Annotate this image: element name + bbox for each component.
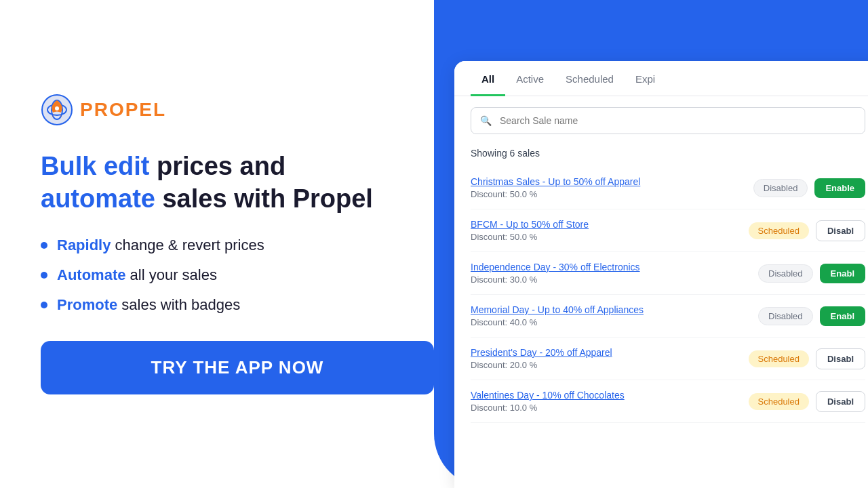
bullet-item-2: Automate all your sales [41, 266, 393, 284]
disable-button[interactable]: Disabl [816, 391, 865, 412]
bullet-1-rest: change & revert prices [111, 237, 264, 253]
bullet-dot-3 [41, 302, 47, 308]
sale-info: Memorial Day - Up to 40% off Appliances … [471, 304, 758, 327]
sales-card: All Active Scheduled Expi 🔍 Showing 6 sa… [454, 61, 868, 488]
sale-info: Valentines Day - 10% off Chocolates Disc… [471, 390, 749, 413]
sale-name[interactable]: Memorial Day - Up to 40% off Appliances [471, 304, 758, 315]
bullet-1-highlight: Rapidly [57, 237, 111, 253]
sale-name[interactable]: Valentines Day - 10% off Chocolates [471, 390, 749, 401]
search-input[interactable] [471, 107, 865, 134]
headline-highlight-1: Bulk edit [41, 152, 149, 180]
bullet-2-highlight: Automate [57, 266, 125, 283]
feature-list: Rapidly change & revert prices Automate … [41, 237, 393, 314]
sale-actions: Disabled Enable [753, 178, 865, 198]
search-bar: 🔍 [471, 107, 865, 134]
bullet-dot-2 [41, 272, 47, 279]
bullet-2-rest: all your sales [125, 266, 217, 283]
disable-button[interactable]: Disabl [816, 348, 865, 369]
status-badge: Disabled [758, 264, 813, 283]
sale-info: President's Day - 20% off Apparel Discou… [471, 347, 749, 370]
right-panel: All Active Scheduled Expi 🔍 Showing 6 sa… [434, 0, 868, 488]
disable-button[interactable]: Disabl [816, 220, 865, 241]
status-badge: Scheduled [749, 350, 809, 367]
status-badge: Scheduled [749, 393, 809, 410]
logo: PROPEL [41, 94, 393, 126]
logo-icon [41, 94, 73, 126]
search-icon: 🔍 [480, 115, 492, 126]
status-badge: Disabled [753, 179, 808, 197]
bullet-3-rest: sales with badges [117, 296, 240, 313]
sale-name[interactable]: Christmas Sales - Up to 50% off Apparel [471, 176, 753, 187]
sale-name[interactable]: BFCM - Up to 50% off Store [471, 219, 749, 230]
sale-actions: Scheduled Disabl [749, 348, 865, 369]
bullet-item-3: Promote sales with badges [41, 296, 393, 314]
headline: Bulk edit prices and automate sales with… [41, 150, 393, 215]
sale-discount: Discount: 50.0 % [471, 232, 749, 242]
sale-actions: Disabled Enabl [758, 306, 865, 326]
sale-discount: Discount: 10.0 % [471, 403, 749, 413]
bullet-3-highlight: Promote [57, 296, 117, 313]
cta-button[interactable]: TRY THE APP NOW [41, 341, 434, 394]
sale-info: Independence Day - 30% off Electronics D… [471, 262, 758, 285]
sale-name[interactable]: Independence Day - 30% off Electronics [471, 262, 758, 272]
enable-button[interactable]: Enabl [820, 306, 865, 326]
status-badge: Disabled [758, 307, 813, 325]
sale-discount: Discount: 20.0 % [471, 360, 749, 370]
sale-name[interactable]: President's Day - 20% off Apparel [471, 347, 749, 358]
sale-discount: Discount: 50.0 % [471, 189, 753, 199]
bullet-item-1: Rapidly change & revert prices [41, 237, 393, 254]
sale-info: Christmas Sales - Up to 50% off Apparel … [471, 176, 753, 199]
table-row: Christmas Sales - Up to 50% off Apparel … [471, 167, 865, 209]
sale-actions: Disabled Enabl [758, 264, 865, 283]
sale-info: BFCM - Up to 50% off Store Discount: 50.… [471, 219, 749, 242]
headline-highlight-2: automate [41, 184, 155, 213]
sale-actions: Scheduled Disabl [749, 391, 865, 412]
logo-text: PROPEL [80, 99, 166, 121]
tab-expired[interactable]: Expi [625, 61, 666, 96]
left-panel: PROPEL Bulk edit prices and automate sal… [0, 0, 434, 488]
sale-discount: Discount: 40.0 % [471, 317, 758, 327]
showing-count: Showing 6 sales [454, 145, 868, 167]
headline-part2-rest: sales with Propel [155, 184, 373, 213]
bullet-dot-1 [41, 242, 47, 249]
status-badge: Scheduled [749, 222, 809, 239]
sale-actions: Scheduled Disabl [749, 220, 865, 241]
svg-point-4 [55, 106, 59, 110]
tab-scheduled[interactable]: Scheduled [555, 61, 625, 96]
sale-discount: Discount: 30.0 % [471, 274, 758, 285]
enable-button[interactable]: Enable [814, 178, 865, 198]
table-row: President's Day - 20% off Apparel Discou… [471, 338, 865, 380]
table-row: Memorial Day - Up to 40% off Appliances … [471, 295, 865, 338]
enable-button[interactable]: Enabl [820, 264, 865, 283]
tabs-bar: All Active Scheduled Expi [454, 61, 868, 96]
sales-list: Christmas Sales - Up to 50% off Apparel … [454, 167, 868, 423]
table-row: Independence Day - 30% off Electronics D… [471, 252, 865, 295]
tab-active[interactable]: Active [505, 61, 555, 96]
tab-all[interactable]: All [471, 61, 505, 96]
table-row: Valentines Day - 10% off Chocolates Disc… [471, 380, 865, 423]
table-row: BFCM - Up to 50% off Store Discount: 50.… [471, 209, 865, 252]
headline-part1-rest: prices and [149, 152, 285, 180]
